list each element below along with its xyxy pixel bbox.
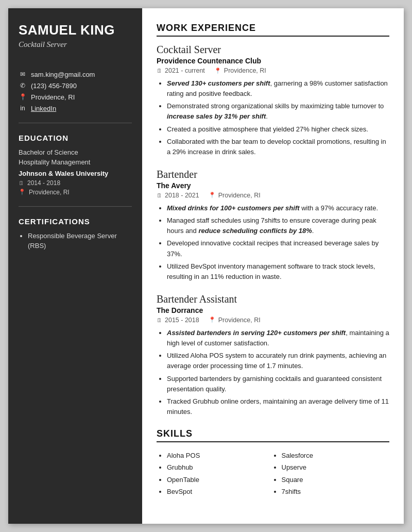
sidebar: SAMUEL KING Cocktail Server ✉ sam.king@g… xyxy=(8,8,142,524)
main-content: WORK EXPERIENCE Cocktail Server Providen… xyxy=(142,8,404,524)
job-years-text-0: 2021 - current xyxy=(165,67,205,74)
bullet-1-0: Mixed drinks for 100+ customers per shif… xyxy=(167,203,389,213)
skill-7: 7shifts xyxy=(282,486,390,497)
edu-location-meta: 📍 Providence, RI xyxy=(19,189,132,196)
contact-section: ✉ sam.king@gmail.com ✆ (123) 456-7890 📍 … xyxy=(19,71,132,112)
certifications-list: Responsible Beverage Server (RBS) xyxy=(19,231,132,251)
job-company-1: The Avery xyxy=(157,181,389,190)
calendar-icon-0: 🗓 xyxy=(157,68,162,74)
job-meta-2: 🗓 2015 - 2018 📍 Providence, RI xyxy=(157,317,389,324)
education-section: Bachelor of Science Hospitality Manageme… xyxy=(19,147,132,196)
phone-icon: ✆ xyxy=(19,82,27,89)
linkedin-icon: in xyxy=(19,105,27,112)
skill-5: Upserve xyxy=(282,461,390,473)
divider-1 xyxy=(19,123,132,123)
job-location-2: 📍 Providence, RI xyxy=(209,317,261,324)
contact-linkedin[interactable]: in LinkedIn xyxy=(19,105,132,112)
skill-2: OpenTable xyxy=(167,474,275,486)
calendar-icon-1: 🗓 xyxy=(157,192,162,198)
location-icon-1: 📍 xyxy=(209,192,216,198)
work-experience-title: WORK EXPERIENCE xyxy=(157,23,389,37)
bullet-2-1: Utilized Aloha POS system to accurately … xyxy=(167,351,389,371)
edu-location: Providence, RI xyxy=(29,189,70,196)
job-location-text-0: Providence, RI xyxy=(224,67,266,74)
job-title-0: Cocktail Server xyxy=(157,44,389,56)
candidate-name: SAMUEL KING xyxy=(19,23,132,38)
bullet-1-3: Utilized BevSpot inventory management so… xyxy=(167,261,389,282)
skill-1: Grubhub xyxy=(167,461,275,473)
job-bullets-0: Served 130+ customers per shift, garneri… xyxy=(157,78,389,157)
job-years-text-1: 2018 - 2021 xyxy=(165,192,199,199)
job-years-0: 🗓 2021 - current xyxy=(157,67,205,74)
certifications-section-title: CERTIFICATIONS xyxy=(19,217,132,226)
job-bullets-1: Mixed drinks for 100+ customers per shif… xyxy=(157,203,389,282)
job-company-0: Providence Countenance Club xyxy=(157,57,389,65)
bullet-0-3: Collaborated with the bar team to develo… xyxy=(167,137,389,157)
calendar-icon-edu: 🗓 xyxy=(19,180,24,186)
education-section-title: EDUCATION xyxy=(19,134,132,142)
bullet-2-2: Supported bartenders by garnishing cockt… xyxy=(167,374,389,394)
bullet-2-3: Tracked Grubhub online orders, maintaini… xyxy=(167,396,389,417)
edu-years: 2014 - 2018 xyxy=(27,179,60,187)
job-years-1: 🗓 2018 - 2021 xyxy=(157,192,199,199)
job-location-text-1: Providence, RI xyxy=(218,192,261,199)
contact-phone: ✆ (123) 456-7890 xyxy=(19,82,132,90)
job-block-1: Bartender The Avery 🗓 2018 - 2021 📍 Prov… xyxy=(157,169,389,282)
location-icon-0: 📍 xyxy=(214,68,221,74)
bullet-0-2: Created a positive atmosphere that yield… xyxy=(167,124,389,135)
job-location-text-2: Providence, RI xyxy=(218,317,261,324)
job-location-0: 📍 Providence, RI xyxy=(214,67,266,74)
location-icon: 📍 xyxy=(19,93,27,101)
bullet-0-1: Demonstrated strong organizational skill… xyxy=(167,101,389,122)
email-icon: ✉ xyxy=(19,71,27,78)
skills-section: SKILLS Aloha POS Grubhub OpenTable BevSp… xyxy=(157,428,389,498)
skill-3: BevSpot xyxy=(167,486,275,497)
job-bullets-2: Assisted bartenders in serving 120+ cust… xyxy=(157,328,389,417)
bullet-1-1: Managed staff schedules using 7shifts to… xyxy=(167,215,389,236)
job-years-2: 🗓 2015 - 2018 xyxy=(157,317,199,324)
skill-0: Aloha POS xyxy=(167,450,275,461)
job-title-1: Bartender xyxy=(157,169,389,180)
job-block-0: Cocktail Server Providence Countenance C… xyxy=(157,44,389,157)
location-text: Providence, RI xyxy=(31,93,75,101)
job-meta-1: 🗓 2018 - 2021 📍 Providence, RI xyxy=(157,192,389,199)
job-company-2: The Dorrance xyxy=(157,306,389,314)
edu-school: Johnson & Wales University xyxy=(19,170,132,177)
skill-6: Square xyxy=(282,474,390,486)
bullet-0-0: Served 130+ customers per shift, garneri… xyxy=(167,78,389,99)
phone-text: (123) 456-7890 xyxy=(31,82,77,90)
bullet-1-2: Developed innovative cocktail recipes th… xyxy=(167,238,389,259)
contact-location: 📍 Providence, RI xyxy=(19,93,132,101)
bullet-2-0: Assisted bartenders in serving 120+ cust… xyxy=(167,328,389,348)
job-meta-0: 🗓 2021 - current 📍 Providence, RI xyxy=(157,67,389,74)
job-block-2: Bartender Assistant The Dorrance 🗓 2015 … xyxy=(157,293,389,417)
location-icon-edu: 📍 xyxy=(19,189,26,195)
edu-years-meta: 🗓 2014 - 2018 xyxy=(19,179,132,187)
job-years-text-2: 2015 - 2018 xyxy=(165,317,199,324)
edu-degree-line1: Bachelor of Science xyxy=(19,147,132,158)
sidebar-header: SAMUEL KING Cocktail Server xyxy=(19,23,132,49)
skills-list: Aloha POS Grubhub OpenTable BevSpot Sale… xyxy=(157,450,389,498)
edu-degree-line2: Hospitality Management xyxy=(19,157,132,168)
linkedin-link[interactable]: LinkedIn xyxy=(31,105,56,112)
skill-4: Salesforce xyxy=(282,450,390,461)
cert-item-0: Responsible Beverage Server (RBS) xyxy=(28,231,132,251)
skills-title: SKILLS xyxy=(157,428,389,442)
candidate-title: Cocktail Server xyxy=(19,40,132,49)
job-location-1: 📍 Providence, RI xyxy=(209,192,261,199)
job-title-2: Bartender Assistant xyxy=(157,293,389,305)
location-icon-2: 📍 xyxy=(209,317,216,323)
divider-2 xyxy=(19,206,132,207)
email-text: sam.king@gmail.com xyxy=(31,71,95,78)
calendar-icon-2: 🗓 xyxy=(157,317,162,323)
resume-wrapper: SAMUEL KING Cocktail Server ✉ sam.king@g… xyxy=(8,8,404,524)
contact-email: ✉ sam.king@gmail.com xyxy=(19,71,132,78)
